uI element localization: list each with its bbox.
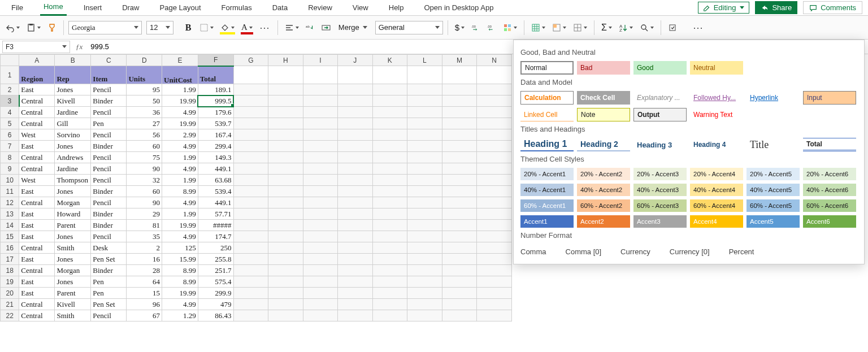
cell[interactable]: Central [19,107,55,118]
cell[interactable] [372,265,407,276]
cell[interactable] [303,220,337,231]
cell[interactable]: Sorvino [55,129,91,141]
cell[interactable]: 1.99 [162,208,198,220]
style-60-accent5[interactable]: 60% - Accent5 [747,199,800,212]
cell[interactable]: Pen [91,118,127,129]
row-header[interactable]: 11 [1,186,19,197]
cell[interactable]: 15.99 [162,254,198,265]
cell[interactable] [233,118,268,129]
cell[interactable]: 4.99 [162,231,198,242]
cell[interactable] [338,242,372,254]
cell[interactable] [268,107,303,118]
row-header[interactable]: 6 [1,129,19,141]
cell[interactable] [338,175,372,186]
cell[interactable] [233,66,268,84]
cell[interactable]: Desk [91,242,127,254]
style-accent2[interactable]: Accent2 [577,215,630,228]
cell[interactable]: Smith [55,310,91,321]
cell[interactable] [477,220,512,231]
style-output[interactable]: Output [633,108,687,121]
borders-button[interactable] [197,20,216,36]
cell[interactable] [407,242,442,254]
cell[interactable]: Pencil [91,231,127,242]
cell[interactable] [407,107,442,118]
cell[interactable] [477,118,512,129]
wrap-text-button[interactable]: ab [303,20,317,36]
cell[interactable] [442,66,477,84]
cell[interactable]: Binder [91,95,127,107]
cell[interactable] [268,299,303,310]
col-header-E[interactable]: E [162,55,198,66]
cell[interactable] [338,288,372,299]
cell[interactable] [442,254,477,265]
cell[interactable] [268,152,303,163]
format-painter-button[interactable] [45,20,59,36]
cell[interactable]: East [19,84,55,95]
cell[interactable]: Jones [55,186,91,197]
style-total[interactable]: Total [803,138,856,151]
style-40-accent1[interactable]: 40% - Accent1 [520,184,574,196]
row-header[interactable]: 18 [1,265,19,276]
cell[interactable]: 299.9 [198,288,233,299]
cell[interactable] [477,208,512,220]
cell[interactable] [407,208,442,220]
cell[interactable] [442,95,477,107]
cell[interactable]: Central [19,299,55,310]
cell[interactable]: 19.99 [162,95,198,107]
find-button[interactable] [637,20,656,36]
cell[interactable]: Pen [91,288,127,299]
cell[interactable]: Pencil [91,310,127,321]
style-20-accent1[interactable]: 20% - Accent1 [520,168,574,180]
style-linked-cell[interactable]: Linked Cell [520,108,574,121]
cell[interactable]: Units [127,66,162,84]
style-neutral[interactable]: Neutral [690,61,743,75]
cell[interactable] [268,84,303,95]
merge-label[interactable]: Merge [338,23,359,32]
share-button[interactable]: Share [755,1,797,14]
cell[interactable] [268,118,303,129]
cell[interactable] [303,129,337,141]
cell[interactable] [303,254,337,265]
cell[interactable]: 4.99 [162,299,198,310]
col-header-J[interactable]: J [338,55,372,66]
tab-help[interactable]: Help [385,1,407,15]
cell[interactable] [442,163,477,175]
cell[interactable]: 255.8 [198,254,233,265]
more-ribbon-button[interactable]: ⋯ [691,20,706,36]
cell[interactable] [303,265,337,276]
cell[interactable]: 250 [198,242,233,254]
cell[interactable]: Central [19,118,55,129]
cell[interactable] [372,310,407,321]
style-explanatory[interactable]: Explanatory ... [633,91,687,105]
cell[interactable]: 8.99 [162,186,198,197]
cell[interactable] [442,118,477,129]
cell[interactable] [268,186,303,197]
cell[interactable]: 19.99 [162,288,198,299]
row-header[interactable]: 14 [1,220,19,231]
style-input[interactable]: Input [803,91,856,105]
style-title[interactable]: Title [747,138,800,151]
cell[interactable] [477,175,512,186]
cell[interactable] [407,95,442,107]
tab-open-in-desktop-app[interactable]: Open in Desktop App [421,1,497,15]
row-header[interactable]: 22 [1,310,19,321]
cell[interactable]: 1.99 [162,152,198,163]
cell[interactable]: Howard [55,208,91,220]
cell[interactable] [268,208,303,220]
tab-data[interactable]: Data [269,1,291,15]
cell[interactable] [477,197,512,208]
style-currency-0-[interactable]: Currency [0] [670,247,710,256]
cell[interactable]: 32 [127,175,162,186]
editing-mode-button[interactable]: Editing [698,2,750,14]
cell[interactable] [268,95,303,107]
style-followed-hyperlink[interactable]: Followed Hy... [690,91,743,105]
style-normal[interactable]: Normal [520,61,574,75]
cell[interactable]: Central [19,265,55,276]
decrease-decimal-button[interactable]: .00 [469,20,483,36]
cell[interactable]: Pencil [91,163,127,175]
cell[interactable] [233,208,268,220]
format-table-button[interactable] [529,20,548,36]
cell[interactable] [303,107,337,118]
conditional-format-button[interactable] [501,20,519,36]
row-header[interactable]: 3 [1,95,19,107]
